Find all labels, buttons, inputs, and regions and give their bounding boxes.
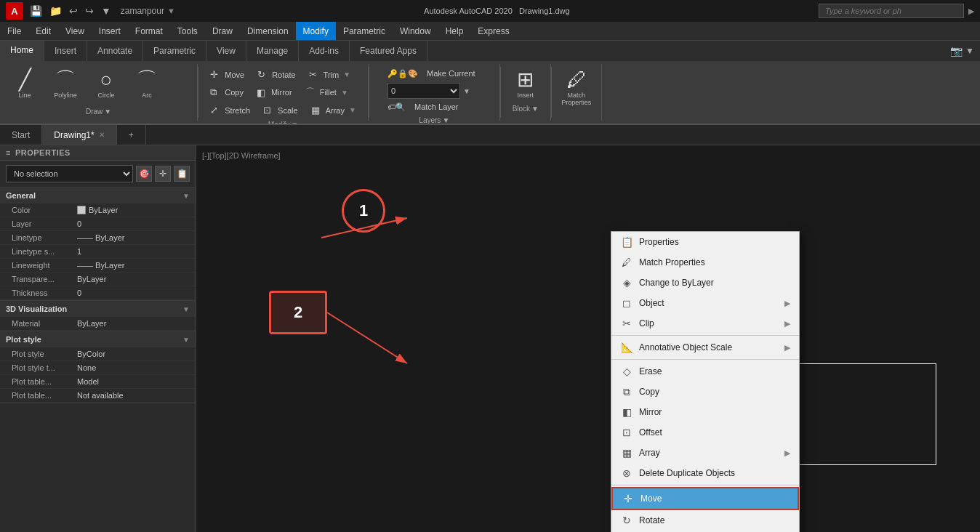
modify-scale-btn[interactable]: ⊡Scale <box>257 102 304 118</box>
menu-dimension[interactable]: Dimension <box>240 22 296 40</box>
make-current-btn[interactable]: Make Current <box>421 67 481 80</box>
draw-circle-btn[interactable]: ○ Circle <box>87 67 125 102</box>
draw-arc-btn[interactable]: ⌒ Arc <box>128 67 166 102</box>
layer-selector[interactable]: 0 <box>387 83 460 99</box>
undo-btn[interactable]: ↩ <box>67 5 80 17</box>
menu-window[interactable]: Window <box>393 22 438 40</box>
draw-polyline-btn[interactable]: ⌒ Polyline <box>47 67 84 102</box>
target-icon-btn[interactable]: 🎯 <box>136 166 152 182</box>
menu-parametric[interactable]: Parametric <box>336 22 393 40</box>
tab-manage[interactable]: Manage <box>246 41 299 61</box>
main-layout: ≡ PROPERTIES No selection 🎯 ✛ 📋 General … <box>0 145 980 532</box>
menu-view[interactable]: View <box>58 22 92 40</box>
modify-copy-btn[interactable]: ⧉Copy <box>204 84 249 101</box>
tab-annotate[interactable]: Annotate <box>87 41 143 61</box>
menu-tools[interactable]: Tools <box>170 22 205 40</box>
layers-group-label[interactable]: Layers ▼ <box>419 116 449 124</box>
tab-featured[interactable]: Featured Apps <box>350 41 427 61</box>
menu-delete-dup[interactable]: ⊗ Delete Duplicate Objects <box>611 463 799 483</box>
draw-group-label[interactable]: Draw ▼ <box>6 108 191 116</box>
redo-btn[interactable]: ↪ <box>83 5 96 17</box>
ribbon-tabs: Home Insert Annotate Parametric View Man… <box>0 41 980 61</box>
insert-btn[interactable]: ⊞ Insert <box>507 67 545 102</box>
modify-trim-btn[interactable]: ✂Trim ▼ <box>303 67 357 82</box>
menu-mirror[interactable]: ◧ Mirror <box>611 402 799 422</box>
ribbon-arrow-icon[interactable]: ▼ <box>965 46 974 56</box>
menu-insert[interactable]: Insert <box>92 22 128 40</box>
object-arrow: ▶ <box>784 299 790 308</box>
prop-color: Color ByLayer <box>0 203 196 217</box>
tab-addins[interactable]: Add-ins <box>299 41 350 61</box>
list-icon-btn[interactable]: 📋 <box>174 166 190 182</box>
tab-parametric[interactable]: Parametric <box>143 41 206 61</box>
canvas-label: [-][Top][2D Wireframe] <box>202 151 281 160</box>
menu-change-bylayer[interactable]: ◈ Change to ByLayer <box>611 273 799 293</box>
annot-icon: 📐 <box>620 341 633 354</box>
menu-move[interactable]: ✛ Move <box>611 487 799 510</box>
delete-dup-icon: ⊗ <box>620 467 633 480</box>
annotation-1: 1 <box>342 189 385 233</box>
ribbon-camera-icon[interactable]: 📷 <box>950 45 963 57</box>
save-btn[interactable]: 💾 <box>28 5 44 17</box>
tab-view[interactable]: View <box>206 41 246 61</box>
add-tab-btn[interactable]: + <box>117 125 146 145</box>
menu-match-properties[interactable]: 🖊 Match Properties <box>611 252 799 273</box>
profile-dropdown[interactable]: ▼ <box>167 7 175 15</box>
close-tab-icon[interactable]: ✕ <box>99 131 105 139</box>
draw-line-btn[interactable]: ╱ Line <box>6 67 44 102</box>
tab-start[interactable]: Start <box>0 125 42 145</box>
modify-array-btn[interactable]: ▦Array ▼ <box>305 102 362 118</box>
plotstyle-header[interactable]: Plot style ▼ <box>0 331 196 347</box>
menu-array[interactable]: ▦ Array ▶ <box>611 443 799 463</box>
tab-drawing1[interactable]: Drawing1* ✕ <box>42 125 116 145</box>
menu-draw[interactable]: Draw <box>205 22 240 40</box>
match-layer-btn[interactable]: Match Layer <box>409 100 465 113</box>
menu-copy[interactable]: ⧉ Copy <box>611 382 799 402</box>
modify-rotate-btn[interactable]: ↻Rotate <box>252 67 301 82</box>
menu-properties[interactable]: 📋 Properties <box>611 232 799 252</box>
sep2 <box>611 359 799 360</box>
menu-object[interactable]: ◻ Object ▶ <box>611 293 799 313</box>
open-btn[interactable]: 📁 <box>47 5 64 17</box>
search-arrow[interactable]: ▶ <box>968 7 974 16</box>
object-selector[interactable]: No selection <box>6 165 133 182</box>
viz3d-header[interactable]: 3D Visualization ▼ <box>0 301 196 317</box>
menu-modify[interactable]: Modify <box>296 22 336 40</box>
menu-express[interactable]: Express <box>470 22 516 40</box>
menu-file[interactable]: File <box>0 22 28 40</box>
modify-stretch-btn[interactable]: ⤢Stretch <box>204 102 256 118</box>
prop-plotstyle: Plot style ByColor <box>0 347 196 361</box>
viz3d-arrow: ▼ <box>182 305 190 313</box>
search-input[interactable] <box>819 4 964 18</box>
menu-offset[interactable]: ⊡ Offset <box>611 422 799 443</box>
canvas-area: [-][Top][2D Wireframe] 1 2 📋 Properties <box>196 145 980 532</box>
clip-arrow: ▶ <box>784 319 790 329</box>
general-section-header[interactable]: General ▼ <box>0 188 196 203</box>
move-icon: ✛ <box>622 492 635 505</box>
prop-plot-table1: Plot table... Model <box>0 375 196 389</box>
modify-mirror-btn[interactable]: ◧Mirror <box>251 84 298 101</box>
copy-icon: ⧉ <box>620 385 633 398</box>
menu-clip[interactable]: ✂ Clip ▶ <box>611 313 799 334</box>
match-properties-btn[interactable]: 🖊 MatchProperties <box>558 67 595 109</box>
quick-access: 💾 📁 ↩ ↪ ▼ <box>28 5 113 17</box>
block-group-label[interactable]: Block ▼ <box>513 105 539 113</box>
modify-group-label[interactable]: Modify ▼ <box>204 121 362 124</box>
layer-dropdown-arrow[interactable]: ▼ <box>463 87 470 95</box>
tab-home[interactable]: Home <box>0 41 44 61</box>
rotate-icon: ↻ <box>620 514 633 527</box>
menu-format[interactable]: Format <box>128 22 170 40</box>
title-bar: A 💾 📁 ↩ ↪ ▼ zamanpour ▼ Autodesk AutoCAD… <box>0 0 980 22</box>
ribbon-group-modify: ✛Move ↻Rotate ✂Trim ▼ ⧉Copy ◧Mirror <box>198 64 369 121</box>
modify-fillet-btn[interactable]: ⌒Fillet ▼ <box>300 84 354 101</box>
object-icon: ◻ <box>620 297 633 310</box>
plus-icon-btn[interactable]: ✛ <box>155 166 171 182</box>
modify-move-btn[interactable]: ✛Move <box>204 67 250 82</box>
tab-insert[interactable]: Insert <box>44 41 87 61</box>
menu-erase[interactable]: ◇ Erase <box>611 361 799 382</box>
menu-annotative-scale[interactable]: 📐 Annotative Object Scale ▶ <box>611 337 799 358</box>
menu-edit[interactable]: Edit <box>28 22 58 40</box>
menu-rotate[interactable]: ↻ Rotate <box>611 510 799 531</box>
dropdown-btn[interactable]: ▼ <box>99 5 113 17</box>
menu-help[interactable]: Help <box>438 22 471 40</box>
